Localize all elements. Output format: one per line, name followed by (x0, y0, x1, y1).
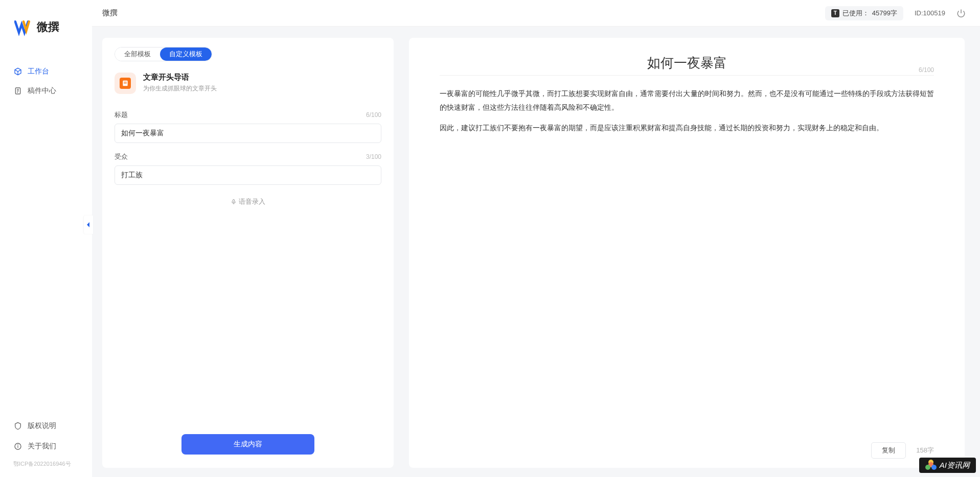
audience-input[interactable] (115, 165, 381, 185)
logo-icon (14, 18, 33, 36)
text-icon: T (831, 9, 839, 17)
template-tabs: 全部模板 自定义模板 (115, 47, 212, 61)
output-paragraph: 一夜暴富的可能性几乎微乎其微，而打工族想要实现财富自由，通常需要付出大量的时间和… (440, 87, 934, 114)
shield-icon (13, 421, 22, 431)
output-panel: 如何一夜暴富 6/100 一夜暴富的可能性几乎微乎其微，而打工族想要实现财富自由… (409, 38, 965, 468)
user-id: ID:100519 (915, 9, 945, 17)
output-title-count: 6/100 (919, 66, 934, 74)
nav-copyright[interactable]: 版权说明 (9, 416, 83, 436)
header: 微撰 T 已使用： 45799字 ID:100519 (92, 0, 980, 27)
watermark: AI资讯网 (919, 458, 976, 473)
nav-documents[interactable]: 稿件中心 (9, 81, 83, 101)
output-title: 如何一夜暴富 (440, 54, 934, 72)
svg-rect-11 (233, 200, 235, 203)
info-icon (13, 442, 22, 451)
nav-label: 版权说明 (28, 421, 56, 431)
field-audience: 受众 3/100 (115, 152, 381, 185)
svg-rect-9 (124, 82, 127, 82)
output-paragraph: 因此，建议打工族们不要抱有一夜暴富的期望，而是应该注重积累财富和提高自身技能，通… (440, 121, 934, 135)
usage-label: 已使用： (842, 9, 869, 18)
document-icon (13, 86, 22, 96)
nav-main: 工作台 稿件中心 (0, 62, 92, 416)
svg-point-6 (18, 445, 18, 445)
input-panel: 全部模板 自定义模板 文章开头导语 为你生成抓眼球的文章开头 (102, 38, 394, 468)
title-input[interactable] (115, 124, 381, 143)
generate-button[interactable]: 生成内容 (181, 434, 314, 455)
sidebar: 微撰 工作台 稿件中心 版权说明 (0, 0, 92, 477)
template-desc: 为你生成抓眼球的文章开头 (143, 84, 217, 93)
logo-text: 微撰 (37, 19, 59, 35)
template-header: 文章开头导语 为你生成抓眼球的文章开头 (115, 73, 381, 94)
tab-custom-templates[interactable]: 自定义模板 (160, 47, 212, 61)
field-count: 6/100 (366, 111, 381, 118)
field-title: 标题 6/100 (115, 110, 381, 143)
copy-button[interactable]: 复制 (871, 442, 906, 459)
icp-notice: 鄂ICP备2022016946号 (9, 457, 83, 468)
char-count: 158字 (916, 446, 934, 455)
tab-all-templates[interactable]: 全部模板 (115, 47, 160, 61)
template-icon (115, 73, 136, 94)
flower-icon (925, 460, 937, 471)
field-label: 标题 (115, 110, 128, 120)
voice-label: 语音录入 (239, 197, 265, 206)
nav-label: 关于我们 (28, 442, 56, 451)
output-footer: 复制 158字 (440, 436, 934, 459)
logo: 微撰 (0, 18, 92, 62)
divider (440, 75, 934, 76)
sidebar-bottom: 版权说明 关于我们 鄂ICP备2022016946号 (0, 416, 92, 477)
usage-badge[interactable]: T 已使用： 45799字 (825, 6, 903, 20)
content: 全部模板 自定义模板 文章开头导语 为你生成抓眼球的文章开头 (92, 27, 980, 477)
template-text: 文章开头导语 为你生成抓眼球的文章开头 (143, 73, 217, 93)
voice-input-button[interactable]: 语音录入 (115, 197, 381, 206)
nav-label: 工作台 (28, 67, 49, 76)
template-name: 文章开头导语 (143, 73, 217, 82)
header-right: T 已使用： 45799字 ID:100519 (825, 6, 966, 20)
mic-icon (231, 199, 237, 205)
nav-label: 稿件中心 (28, 86, 56, 96)
output-body: 一夜暴富的可能性几乎微乎其微，而打工族想要实现财富自由，通常需要付出大量的时间和… (440, 87, 934, 436)
svg-rect-10 (124, 83, 127, 83)
cube-icon (13, 67, 22, 76)
nav-about[interactable]: 关于我们 (9, 437, 83, 456)
watermark-text: AI资讯网 (940, 461, 970, 470)
usage-value: 45799字 (872, 9, 897, 18)
field-label: 受众 (115, 152, 128, 161)
collapse-handle[interactable] (84, 216, 93, 234)
power-icon[interactable] (956, 9, 966, 18)
main-area: 微撰 T 已使用： 45799字 ID:100519 全部模板 (92, 0, 980, 477)
field-count: 3/100 (366, 153, 381, 160)
page-title: 微撰 (102, 8, 118, 18)
nav-workspace[interactable]: 工作台 (9, 62, 83, 81)
note-icon (120, 78, 131, 89)
